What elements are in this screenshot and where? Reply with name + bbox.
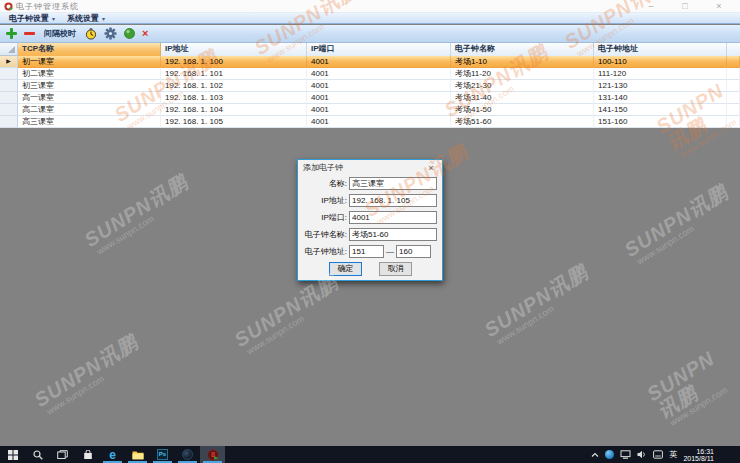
network-icon[interactable] bbox=[620, 450, 631, 459]
task-view-button[interactable] bbox=[50, 446, 75, 463]
addr-range-dash: — bbox=[384, 247, 396, 256]
cell-clock-addr[interactable]: 141-150 bbox=[594, 104, 727, 116]
cell-ip[interactable]: 192. 168. 1. 105 bbox=[161, 116, 307, 128]
delete-x-icon[interactable]: × bbox=[142, 28, 148, 39]
tray-time: 16:31 bbox=[683, 448, 714, 455]
table-row[interactable]: ▶ 初一课室 192. 168. 1. 100 4001 考场1-10 100-… bbox=[0, 56, 740, 68]
clock-app-button[interactable]: 8 bbox=[200, 446, 225, 463]
ime-pad-icon[interactable] bbox=[653, 450, 663, 459]
cell-clock-addr[interactable]: 121-130 bbox=[594, 80, 727, 92]
select-all-corner[interactable] bbox=[0, 43, 18, 55]
language-indicator[interactable]: 英 bbox=[669, 449, 677, 460]
table-row[interactable]: 高二课室 192. 168. 1. 104 4001 考场41-50 141-1… bbox=[0, 104, 740, 116]
cell-clock-name[interactable]: 考场31-40 bbox=[451, 92, 594, 104]
row-selector[interactable] bbox=[0, 104, 18, 116]
cell-tcp[interactable]: 初三课室 bbox=[18, 80, 161, 92]
cell-clock-name[interactable]: 考场11-20 bbox=[451, 68, 594, 80]
cell-tcp[interactable]: 初二课室 bbox=[18, 68, 161, 80]
menu-label: 系统设置 bbox=[67, 13, 99, 24]
cell-tcp[interactable]: 初一课室 bbox=[18, 56, 161, 68]
minimize-button[interactable]: – bbox=[634, 0, 668, 13]
clock-app-icon: 8 bbox=[207, 449, 219, 461]
table-row[interactable]: 高一课室 192. 168. 1. 103 4001 考场31-40 131-1… bbox=[0, 92, 740, 104]
search-button[interactable] bbox=[25, 446, 50, 463]
watermark: SUNPN讯鹏www.sunpn.com bbox=[621, 181, 736, 268]
browser-orb-button[interactable] bbox=[175, 446, 200, 463]
cell-tcp[interactable]: 高一课室 bbox=[18, 92, 161, 104]
cell-port[interactable]: 4001 bbox=[307, 56, 451, 68]
window-controls: – □ × bbox=[634, 0, 736, 13]
watermark: SUNPN讯鹏www.sunpn.com bbox=[231, 271, 346, 358]
cell-port[interactable]: 4001 bbox=[307, 104, 451, 116]
clock-sync-icon[interactable] bbox=[85, 28, 97, 40]
onedrive-icon[interactable] bbox=[605, 450, 614, 459]
name-field[interactable] bbox=[349, 177, 437, 190]
tray-clock[interactable]: 16:31 2015/8/11 bbox=[683, 448, 714, 462]
status-orb-icon[interactable] bbox=[124, 28, 135, 39]
maximize-button[interactable]: □ bbox=[668, 0, 702, 13]
settings-gear-icon[interactable] bbox=[104, 27, 117, 40]
clock-name-field[interactable] bbox=[349, 228, 437, 241]
addr-from-field[interactable] bbox=[349, 245, 384, 258]
cell-filler bbox=[727, 104, 740, 116]
cell-clock-name[interactable]: 考场1-10 bbox=[451, 56, 594, 68]
menubar: 电子钟设置 ▾ 系统设置 ▾ bbox=[0, 13, 740, 24]
table-row[interactable]: 初二课室 192. 168. 1. 101 4001 考场11-20 111-1… bbox=[0, 68, 740, 80]
store-button[interactable] bbox=[75, 446, 100, 463]
add-clock-dialog: 添加电子钟 × 名称: IP地址: IP端口: 电子钟名称: 电子钟地址: bbox=[297, 159, 443, 281]
port-field[interactable] bbox=[349, 211, 437, 224]
column-header-clock-addr[interactable]: 电子钟地址 bbox=[594, 43, 727, 56]
cell-clock-addr[interactable]: 100-110 bbox=[594, 56, 727, 68]
cell-tcp[interactable]: 高二课室 bbox=[18, 104, 161, 116]
cell-ip[interactable]: 192. 168. 1. 101 bbox=[161, 68, 307, 80]
watermark: SUNPN讯鹏www.sunpn.com bbox=[81, 171, 196, 258]
column-header-port[interactable]: IP端口 bbox=[307, 43, 451, 56]
remove-clock-icon[interactable] bbox=[24, 32, 35, 35]
file-explorer-button[interactable] bbox=[125, 446, 150, 463]
cell-ip[interactable]: 192. 168. 1. 104 bbox=[161, 104, 307, 116]
column-header-clock-name[interactable]: 电子钟名称 bbox=[451, 43, 594, 56]
menu-clock-settings[interactable]: 电子钟设置 ▾ bbox=[3, 13, 61, 24]
cancel-button[interactable]: 取消 bbox=[379, 262, 412, 276]
ok-button[interactable]: 确定 bbox=[329, 262, 362, 276]
cell-clock-addr[interactable]: 131-140 bbox=[594, 92, 727, 104]
search-icon bbox=[33, 450, 43, 460]
row-selector[interactable] bbox=[0, 80, 18, 92]
column-header-ip[interactable]: IP地址 bbox=[161, 43, 307, 56]
cell-ip[interactable]: 192. 168. 1. 102 bbox=[161, 80, 307, 92]
cell-clock-name[interactable]: 考场41-50 bbox=[451, 104, 594, 116]
table-row[interactable]: 高三课室 192. 168. 1. 105 4001 考场51-60 151-1… bbox=[0, 116, 740, 128]
row-selector[interactable] bbox=[0, 92, 18, 104]
port-label: IP端口: bbox=[301, 212, 349, 223]
add-clock-icon[interactable] bbox=[6, 28, 17, 39]
ip-field[interactable] bbox=[349, 194, 437, 207]
cell-ip[interactable]: 192. 168. 1. 100 bbox=[161, 56, 307, 68]
cell-clock-name[interactable]: 考场21-30 bbox=[451, 80, 594, 92]
interval-timing-button[interactable]: 间隔校时 bbox=[42, 28, 78, 39]
store-bag-icon bbox=[83, 450, 93, 460]
start-button[interactable] bbox=[0, 446, 25, 463]
clock-addr-label: 电子钟地址: bbox=[301, 246, 349, 257]
cell-clock-addr[interactable]: 111-120 bbox=[594, 68, 727, 80]
close-button[interactable]: × bbox=[702, 0, 736, 13]
photoshop-button[interactable]: Ps bbox=[150, 446, 175, 463]
addr-to-field[interactable] bbox=[396, 245, 431, 258]
cell-tcp[interactable]: 高三课室 bbox=[18, 116, 161, 128]
cell-port[interactable]: 4001 bbox=[307, 92, 451, 104]
cell-clock-name[interactable]: 考场51-60 bbox=[451, 116, 594, 128]
dialog-close-icon[interactable]: × bbox=[425, 163, 437, 173]
cell-port[interactable]: 4001 bbox=[307, 68, 451, 80]
column-header-tcp[interactable]: TCP名称 bbox=[18, 43, 161, 56]
menu-system-settings[interactable]: 系统设置 ▾ bbox=[61, 13, 111, 24]
volume-icon[interactable] bbox=[637, 450, 647, 459]
cell-ip[interactable]: 192. 168. 1. 103 bbox=[161, 92, 307, 104]
table-row[interactable]: 初三课室 192. 168. 1. 102 4001 考场21-30 121-1… bbox=[0, 80, 740, 92]
cell-clock-addr[interactable]: 151-160 bbox=[594, 116, 727, 128]
row-selector-marker[interactable]: ▶ bbox=[0, 56, 18, 68]
tray-expand-icon[interactable] bbox=[591, 452, 599, 458]
edge-browser-button[interactable]: e bbox=[100, 446, 125, 463]
row-selector[interactable] bbox=[0, 68, 18, 80]
cell-port[interactable]: 4001 bbox=[307, 116, 451, 128]
row-selector[interactable] bbox=[0, 116, 18, 128]
cell-port[interactable]: 4001 bbox=[307, 80, 451, 92]
